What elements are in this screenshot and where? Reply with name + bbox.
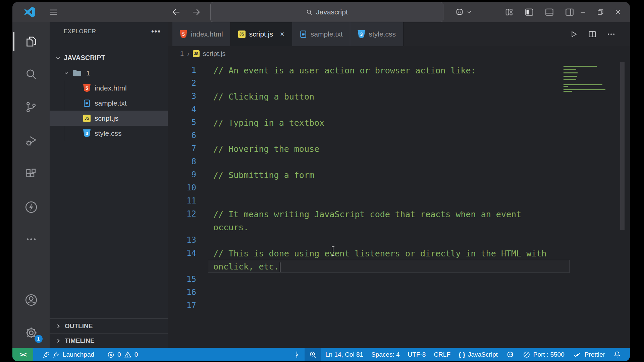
code-line-text[interactable]: // It means writing JavaScript code that… [208, 207, 570, 221]
folder-row[interactable]: 1 [50, 65, 168, 80]
menu-icon[interactable] [47, 2, 60, 22]
breadcrumb-file[interactable]: script.js [203, 50, 226, 58]
code-line-text[interactable] [208, 286, 570, 299]
code-row[interactable]: onclick, etc. [168, 260, 630, 273]
code-row[interactable]: 3// Clicking a button [168, 90, 630, 103]
sidebar-item-extensions[interactable] [12, 162, 50, 187]
sidebar-item-explorer[interactable] [12, 29, 50, 54]
minimap[interactable] [564, 66, 610, 98]
toggle-panel-icon[interactable] [543, 6, 556, 18]
outline-section[interactable]: OUTLINE [50, 318, 168, 333]
code-line-text[interactable]: // This is done using event listeners or… [208, 247, 570, 260]
workspace-root[interactable]: JAVASCRIPT [50, 50, 168, 65]
go-back-button[interactable] [170, 6, 182, 18]
status-item-live-server-port[interactable]: Port : 5500 [519, 348, 569, 361]
line-number[interactable]: 11 [168, 194, 196, 207]
code-row[interactable]: 9// Submitting a form [168, 168, 630, 181]
line-number[interactable]: 17 [168, 299, 196, 312]
launchpad-button[interactable]: Launchpad [37, 348, 98, 361]
code-line-text[interactable]: // Submitting a form [208, 168, 570, 181]
status-item-copilot[interactable] [502, 348, 519, 361]
code-line-text[interactable]: // Clicking a button [208, 90, 570, 103]
restore-icon[interactable] [594, 6, 607, 18]
vertical-scrollbar[interactable] [620, 62, 625, 230]
code-row[interactable]: 14// This is done using event listeners … [168, 247, 630, 260]
code-line-text[interactable] [208, 299, 570, 312]
code-row[interactable]: 5// Typing in a textbox [168, 116, 630, 129]
settings-button[interactable]: 1 [12, 320, 50, 346]
status-item-eol[interactable]: CRLF [430, 348, 454, 361]
line-number[interactable] [168, 221, 196, 234]
code-row[interactable]: 17 [168, 299, 630, 312]
code-line-text[interactable] [208, 181, 570, 194]
sidebar-item-more[interactable] [12, 227, 50, 252]
more-actions-icon[interactable] [606, 29, 616, 39]
code-line-text[interactable]: // Typing in a textbox [208, 116, 570, 129]
code-row[interactable]: 11 [168, 194, 630, 207]
split-editor-icon[interactable] [588, 29, 597, 39]
code-line-text[interactable] [208, 155, 570, 168]
breadcrumb[interactable]: 1 › JS script.js [168, 46, 630, 61]
file-row-style-css[interactable]: 3style.css [50, 126, 168, 141]
customize-layout-icon[interactable] [503, 6, 516, 18]
code-row[interactable]: 12// It means writing JavaScript code th… [168, 207, 630, 221]
line-number[interactable]: 1 [168, 64, 196, 77]
remote-indicator[interactable]: >< [12, 348, 33, 361]
status-item-prettier[interactable]: Prettier [569, 348, 609, 361]
status-item-cursor-position[interactable]: Ln 14, Col 81 [321, 348, 367, 361]
file-row-script-js[interactable]: JSscript.js [50, 111, 168, 126]
tab-sample-txt[interactable]: sample.txt [292, 22, 351, 46]
line-number[interactable]: 6 [168, 129, 196, 142]
close-tab-icon[interactable]: × [280, 30, 284, 39]
status-item-language-mode[interactable]: { }JavaScript [454, 348, 502, 361]
code-row[interactable]: 1// An event is a user action or browser… [168, 64, 630, 77]
code-line-text[interactable]: occurs. [208, 221, 570, 234]
tab-index-html[interactable]: 5index.html [172, 22, 231, 46]
tab-style-css[interactable]: 3style.css [350, 22, 404, 46]
code-area[interactable]: 1// An event is a user action or browser… [168, 61, 630, 348]
sidebar-item-source-control[interactable] [12, 95, 50, 120]
accounts-button[interactable] [12, 287, 50, 313]
antenna-icon-item[interactable] [289, 348, 305, 361]
run-icon[interactable] [569, 29, 578, 39]
line-number[interactable]: 16 [168, 286, 196, 299]
code-line-text[interactable] [208, 129, 570, 142]
file-row-sample-txt[interactable]: sample.txt [50, 96, 168, 111]
file-row-index-html[interactable]: 5index.html [50, 80, 168, 96]
command-center-search[interactable]: Javascript [210, 2, 443, 22]
code-row[interactable]: 6 [168, 129, 630, 142]
code-row[interactable]: 4 [168, 103, 630, 116]
code-line-text[interactable] [208, 194, 570, 207]
code-row[interactable]: 10 [168, 181, 630, 194]
status-item-indentation[interactable]: Spaces: 4 [367, 348, 404, 361]
code-row[interactable]: occurs. [168, 221, 630, 234]
line-number[interactable]: 10 [168, 181, 196, 194]
problems-indicator[interactable]: 0 0 [103, 348, 142, 361]
line-number[interactable]: 9 [168, 168, 196, 181]
code-line-text[interactable] [208, 273, 570, 286]
code-row[interactable]: 15 [168, 273, 630, 286]
line-number[interactable]: 4 [168, 103, 196, 116]
line-number[interactable]: 12 [168, 207, 196, 221]
status-item-encoding[interactable]: UTF-8 [404, 348, 430, 361]
breadcrumb-folder[interactable]: 1 [180, 50, 184, 58]
code-line-text[interactable] [208, 234, 570, 247]
line-number[interactable]: 13 [168, 234, 196, 247]
code-row[interactable]: 7// Hovering the mouse [168, 142, 630, 155]
line-number[interactable]: 14 [168, 247, 196, 260]
code-line-text[interactable]: // An event is a user action or browser … [208, 64, 570, 77]
close-icon[interactable] [611, 6, 624, 18]
zoom-in-item[interactable] [305, 348, 321, 361]
code-line-text[interactable]: onclick, etc. [208, 260, 570, 273]
go-forward-button[interactable] [190, 6, 202, 18]
line-number[interactable]: 3 [168, 90, 196, 103]
status-item-notifications[interactable] [609, 348, 625, 361]
line-number[interactable]: 2 [168, 77, 196, 90]
line-number[interactable]: 7 [168, 142, 196, 155]
code-row[interactable]: 8 [168, 155, 630, 168]
code-row[interactable]: 2 [168, 77, 630, 90]
code-row[interactable]: 16 [168, 286, 630, 299]
sidebar-item-live-server[interactable] [12, 194, 50, 220]
line-number[interactable] [168, 260, 196, 273]
toggle-primary-sidebar-icon[interactable] [523, 6, 536, 18]
